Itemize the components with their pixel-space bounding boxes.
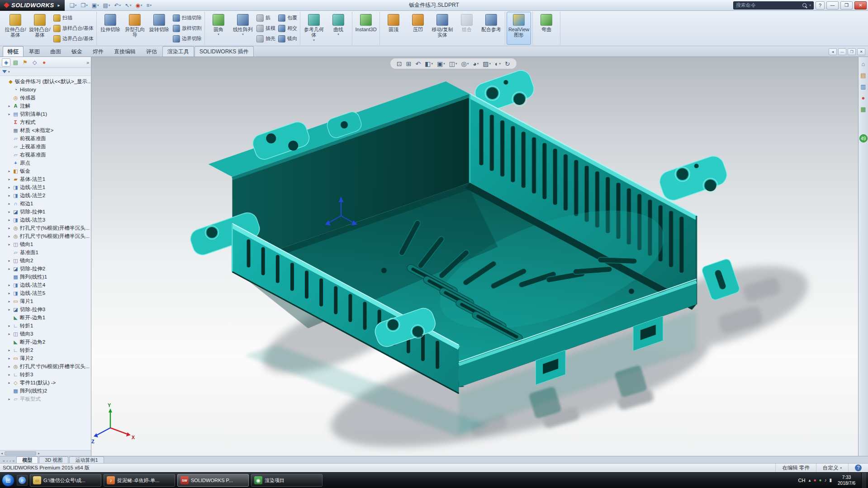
expander-icon[interactable]: ▸ <box>7 194 11 198</box>
quick-launch-browser[interactable]: e <box>17 475 28 486</box>
tree-item[interactable]: ▸◨边线-法兰2 <box>0 191 91 199</box>
lofted-cut-button[interactable]: 放样切割 <box>173 24 202 33</box>
expander-icon[interactable]: ▸ <box>7 324 11 328</box>
realview-button[interactable]: RealView图形 <box>507 12 531 45</box>
edit-appearance-button[interactable]: ◕▾ <box>471 61 480 67</box>
revolved-cut-button[interactable]: 旋转切除 <box>147 12 171 45</box>
extruded-cut-button[interactable]: 拉伸切除 <box>98 12 123 45</box>
select-button[interactable]: ↖▾ <box>123 2 133 9</box>
ribbon-tab[interactable]: 钣金 <box>66 46 87 57</box>
dimxpertmanager-tab-icon[interactable]: ◇ <box>30 58 39 66</box>
tree-item[interactable]: ▦材质 <未指定> <box>0 126 91 134</box>
tree-item[interactable]: ▸∩褶边1 <box>0 199 91 208</box>
ribbon-tab[interactable]: 评估 <box>141 46 162 57</box>
tree-item[interactable]: ◔History <box>0 85 91 94</box>
close-document-button[interactable]: ✕ <box>857 48 865 55</box>
view-settings-button[interactable]: ◐▾ <box>493 61 503 67</box>
ribbon-tab[interactable]: 特征 <box>3 46 24 57</box>
tree-item[interactable]: ▸◪切除-拉伸3 <box>0 305 91 313</box>
swept-boss-button[interactable]: 扫描 <box>53 14 94 23</box>
boundary-cut-button[interactable]: 边界切除 <box>173 34 202 43</box>
3d-viewport[interactable]: Y X Z ⊡⊞↶◧▾▣▾◫▾◎▾◕▾▨▾◐▾↻ <box>91 57 858 456</box>
taskbar-button[interactable]: ♪捉泥鳅-卓依婷-单... <box>104 474 175 487</box>
tree-item[interactable]: ▸◨边线-法兰3 <box>0 216 91 224</box>
file-explorer-tab[interactable]: ▥ <box>859 82 868 90</box>
notification-badge[interactable]: 49 <box>859 134 868 142</box>
curves-button[interactable]: 曲线▾ <box>326 12 351 45</box>
tree-item[interactable]: ▸◎打孔尺寸(%根据)开槽半沉头... <box>0 224 91 232</box>
expander-icon[interactable]: ▸ <box>7 299 11 303</box>
design-library-tab[interactable]: ▤ <box>859 71 868 79</box>
expander-icon[interactable]: ▸ <box>7 210 11 214</box>
combine-button[interactable]: 组合 <box>455 12 479 45</box>
configurationmanager-tab-icon[interactable]: ⚑ <box>21 58 29 66</box>
tree-item[interactable]: ▸▭薄片1 <box>0 297 91 305</box>
tree-item[interactable]: ▸◫镜向1 <box>0 240 91 248</box>
restore-document-button[interactable]: ❐ <box>848 48 856 55</box>
tree-item[interactable]: ▸◇零件11(默认) -> <box>0 379 91 387</box>
panel-flyout-button[interactable]: » <box>86 60 89 65</box>
display-style-button[interactable]: ◫▾ <box>447 61 459 67</box>
tree-item[interactable]: ▱基准面1 <box>0 248 91 256</box>
tree-item[interactable]: ▸◨边线-法兰4 <box>0 281 91 289</box>
previous-document-button[interactable]: ◂ <box>829 48 837 55</box>
tree-item[interactable]: ▸▭薄片2 <box>0 354 91 362</box>
expander-icon[interactable]: ▸ <box>7 112 11 116</box>
tree-horizontal-scrollbar[interactable]: ◂ ▸ <box>0 450 91 456</box>
custom-properties-tab[interactable]: ▦ <box>859 105 868 113</box>
tree-item[interactable]: ▱前视基准面 <box>0 134 91 142</box>
tree-item[interactable]: ▸▰基体-法兰1 <box>0 175 91 183</box>
section-view-button[interactable]: ◧▾ <box>423 61 435 67</box>
shell-button[interactable]: 抽壳 <box>256 34 275 43</box>
dome-button[interactable]: 圆顶 <box>381 12 406 45</box>
ribbon-tab[interactable]: SOLIDWORKS 插件 <box>194 46 254 57</box>
hide-show-items-button[interactable]: ◎▾ <box>459 61 470 67</box>
expander-icon[interactable]: ▸ <box>7 202 11 206</box>
flex-button[interactable]: 弯曲 <box>534 12 559 45</box>
expander-icon[interactable]: ▸ <box>7 226 11 230</box>
rotate-view-button[interactable]: ↻ <box>503 61 512 67</box>
expander-icon[interactable]: ▸ <box>7 291 11 295</box>
expander-icon[interactable]: ▸ <box>7 397 11 401</box>
tree-item[interactable]: ◣断开-边角1 <box>0 313 91 322</box>
minimize-button[interactable]: — <box>826 1 839 9</box>
language-indicator[interactable]: CH <box>798 478 806 483</box>
volume-icon[interactable]: ♪ <box>825 478 827 483</box>
undo-button[interactable]: ↶▾ <box>113 2 122 9</box>
tree-item[interactable]: ▸∟转折1 <box>0 322 91 330</box>
graphics-area[interactable]: Y X Z <box>91 57 858 456</box>
network-icon[interactable]: ▮ <box>830 478 832 483</box>
expander-icon[interactable]: ▸ <box>7 348 11 352</box>
show-desktop-button[interactable] <box>861 473 866 488</box>
expander-icon[interactable]: ▸ <box>7 267 11 271</box>
tree-item[interactable]: ▸▤切割清单(1) <box>0 110 91 118</box>
first-tab-icon[interactable]: « <box>2 459 5 463</box>
linear-pattern-button[interactable]: 线性阵列▾ <box>231 12 255 45</box>
draft-button[interactable]: 拔模 <box>256 24 275 33</box>
minimize-document-button[interactable]: — <box>838 48 846 55</box>
expander-icon[interactable]: ▸ <box>7 365 11 369</box>
tree-item[interactable]: ▸▱平板型式 <box>0 395 91 403</box>
search-icon[interactable] <box>802 3 807 8</box>
tree-item[interactable]: +原点 <box>0 159 91 167</box>
tree-item[interactable]: ▸∟转折3 <box>0 370 91 379</box>
expander-icon[interactable]: ▸ <box>7 308 11 312</box>
save-button[interactable]: ▣▾ <box>90 2 100 9</box>
expander-icon[interactable]: ▸ <box>7 373 11 377</box>
tree-item[interactable]: ▸◫镜向2 <box>0 256 91 265</box>
tree-item[interactable]: ▸◎打孔尺寸(%根据)开槽半沉头... <box>0 232 91 240</box>
taskbar-clock[interactable]: 7:33 2018/7/6 <box>835 474 858 487</box>
search-dropdown-arrow-icon[interactable]: ▾ <box>809 4 811 7</box>
hole-wizard-button[interactable]: 异型孔向导 <box>123 12 147 45</box>
expander-icon[interactable]: ▸ <box>7 242 11 246</box>
tree-item[interactable]: ◣断开-边角2 <box>0 338 91 346</box>
tree-item[interactable]: ▸◨边线-法兰1 <box>0 183 91 191</box>
rebuild-button[interactable]: ◉▾ <box>134 2 144 9</box>
tree-item[interactable]: ▱右视基准面 <box>0 151 91 159</box>
lofted-boss-button[interactable]: 放样凸台/基体 <box>53 24 94 33</box>
expander-icon[interactable]: ▸ <box>7 356 11 360</box>
expander-icon[interactable]: ▸ <box>7 259 11 263</box>
featuremanager-tab-icon[interactable]: ◈ <box>2 58 10 66</box>
tree-item[interactable]: ▸∟转折2 <box>0 346 91 354</box>
expander-icon[interactable]: ▸ <box>7 218 11 222</box>
